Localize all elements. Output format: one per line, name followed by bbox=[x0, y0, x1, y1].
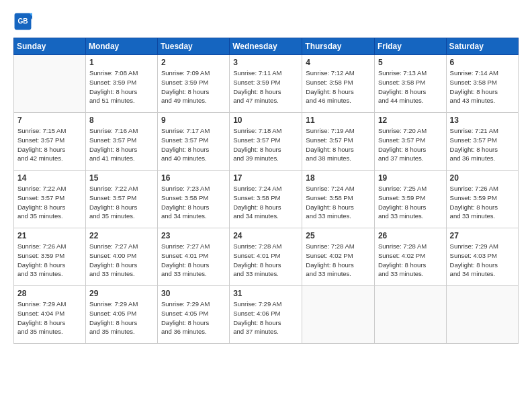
day-cell: 14Sunrise: 7:22 AMSunset: 3:57 PMDayligh… bbox=[14, 171, 86, 228]
day-cell: 5Sunrise: 7:13 AMSunset: 3:58 PMDaylight… bbox=[374, 55, 446, 113]
week-row-5: 28Sunrise: 7:29 AMSunset: 4:04 PMDayligh… bbox=[14, 286, 519, 344]
day-info: Sunrise: 7:26 AMSunset: 3:59 PMDaylight:… bbox=[450, 184, 515, 221]
day-info-line: Daylight: 8 hours bbox=[89, 203, 137, 211]
day-info-line: Sunrise: 7:21 AM bbox=[450, 127, 498, 134]
col-header-saturday: Saturday bbox=[446, 38, 518, 55]
day-info-line: Sunrise: 7:26 AM bbox=[17, 242, 66, 250]
day-info-line: Sunset: 3:58 PM bbox=[306, 79, 353, 86]
day-info-line: Sunset: 3:57 PM bbox=[378, 136, 425, 144]
day-number: 13 bbox=[450, 116, 515, 125]
day-number: 21 bbox=[17, 231, 82, 240]
day-info-line: Sunset: 4:05 PM bbox=[161, 310, 208, 317]
day-info-line: and 36 minutes. bbox=[450, 154, 496, 162]
day-info-line: and 33 minutes. bbox=[161, 270, 207, 277]
day-cell: 22Sunrise: 7:27 AMSunset: 4:00 PMDayligh… bbox=[85, 228, 157, 286]
day-number: 18 bbox=[306, 173, 371, 183]
day-info-line: Sunset: 3:59 PM bbox=[450, 194, 497, 201]
day-number: 6 bbox=[450, 58, 515, 67]
day-number: 1 bbox=[89, 58, 154, 67]
day-cell: 12Sunrise: 7:20 AMSunset: 3:57 PMDayligh… bbox=[374, 113, 446, 171]
day-cell: 26Sunrise: 7:28 AMSunset: 4:02 PMDayligh… bbox=[374, 228, 446, 286]
day-info-line: Sunrise: 7:28 AM bbox=[306, 242, 354, 250]
day-info-line: and 43 minutes. bbox=[450, 97, 496, 104]
day-number: 24 bbox=[233, 231, 298, 240]
day-info-line: Daylight: 8 hours bbox=[17, 319, 65, 326]
day-info-line: Sunset: 3:59 PM bbox=[378, 194, 425, 201]
day-info-line: Sunrise: 7:28 AM bbox=[378, 242, 427, 250]
day-number: 31 bbox=[233, 289, 298, 298]
day-cell: 28Sunrise: 7:29 AMSunset: 4:04 PMDayligh… bbox=[14, 286, 86, 344]
day-number: 23 bbox=[161, 231, 226, 240]
day-info: Sunrise: 7:15 AMSunset: 3:57 PMDaylight:… bbox=[17, 126, 82, 163]
day-info-line: Sunset: 3:57 PM bbox=[17, 136, 64, 144]
day-info-line: Sunset: 3:59 PM bbox=[17, 252, 64, 259]
day-cell bbox=[374, 286, 446, 344]
day-cell bbox=[14, 55, 86, 113]
day-info-line: and 36 minutes. bbox=[161, 328, 207, 335]
page: GB SundayMondayTuesdayWednesdayThursdayF… bbox=[0, 0, 532, 411]
col-header-friday: Friday bbox=[374, 38, 446, 55]
day-info-line: and 42 minutes. bbox=[17, 154, 63, 162]
day-info-line: Daylight: 8 hours bbox=[233, 319, 281, 326]
day-info-line: Sunrise: 7:29 AM bbox=[450, 242, 498, 250]
day-info-line: Sunset: 3:57 PM bbox=[161, 136, 208, 144]
day-info-line: and 33 minutes. bbox=[378, 212, 424, 220]
day-info-line: and 34 minutes. bbox=[233, 212, 279, 220]
day-info: Sunrise: 7:08 AMSunset: 3:59 PMDaylight:… bbox=[89, 68, 154, 105]
day-cell: 15Sunrise: 7:22 AMSunset: 3:57 PMDayligh… bbox=[85, 171, 157, 228]
day-info-line: Sunrise: 7:26 AM bbox=[450, 185, 498, 192]
day-info-line: Sunset: 3:57 PM bbox=[306, 136, 353, 144]
day-cell: 13Sunrise: 7:21 AMSunset: 3:57 PMDayligh… bbox=[446, 113, 518, 171]
day-info: Sunrise: 7:24 AMSunset: 3:58 PMDaylight:… bbox=[306, 184, 371, 221]
day-info-line: Daylight: 8 hours bbox=[161, 203, 209, 211]
day-info: Sunrise: 7:23 AMSunset: 3:58 PMDaylight:… bbox=[161, 184, 226, 221]
day-info-line: Sunset: 3:57 PM bbox=[450, 136, 497, 144]
day-cell bbox=[302, 286, 375, 344]
day-number: 3 bbox=[233, 58, 298, 67]
day-info-line: and 46 minutes. bbox=[306, 97, 351, 104]
day-cell: 1Sunrise: 7:08 AMSunset: 3:59 PMDaylight… bbox=[85, 55, 157, 113]
day-info-line: and 49 minutes. bbox=[161, 97, 207, 104]
day-info: Sunrise: 7:29 AMSunset: 4:05 PMDaylight:… bbox=[89, 300, 154, 336]
day-cell: 9Sunrise: 7:17 AMSunset: 3:57 PMDaylight… bbox=[158, 113, 230, 171]
day-info-line: Daylight: 8 hours bbox=[378, 203, 426, 211]
day-info-line: and 33 minutes. bbox=[17, 270, 63, 277]
day-info-line: Daylight: 8 hours bbox=[306, 88, 353, 95]
day-cell: 18Sunrise: 7:24 AMSunset: 3:58 PMDayligh… bbox=[302, 171, 375, 228]
day-info-line: Daylight: 8 hours bbox=[89, 88, 137, 95]
day-info-line: Sunrise: 7:15 AM bbox=[17, 127, 66, 134]
day-info-line: Sunset: 4:02 PM bbox=[378, 252, 425, 259]
day-info-line: Daylight: 8 hours bbox=[89, 261, 137, 269]
calendar: SundayMondayTuesdayWednesdayThursdayFrid… bbox=[13, 38, 519, 344]
day-info-line: and 33 minutes. bbox=[306, 212, 351, 220]
day-info: Sunrise: 7:28 AMSunset: 4:02 PMDaylight:… bbox=[306, 242, 371, 279]
week-row-1: 1Sunrise: 7:08 AMSunset: 3:59 PMDaylight… bbox=[14, 55, 519, 113]
day-info-line: Daylight: 8 hours bbox=[17, 146, 65, 153]
day-info: Sunrise: 7:21 AMSunset: 3:57 PMDaylight:… bbox=[450, 126, 515, 163]
day-info: Sunrise: 7:26 AMSunset: 3:59 PMDaylight:… bbox=[17, 242, 82, 279]
day-info-line: Sunrise: 7:20 AM bbox=[378, 127, 427, 134]
day-info-line: Sunrise: 7:28 AM bbox=[233, 242, 281, 250]
day-info: Sunrise: 7:22 AMSunset: 3:57 PMDaylight:… bbox=[17, 184, 82, 221]
day-info-line: and 33 minutes. bbox=[450, 212, 496, 220]
day-info: Sunrise: 7:29 AMSunset: 4:04 PMDaylight:… bbox=[17, 300, 82, 336]
day-info-line: and 37 minutes. bbox=[233, 328, 279, 335]
day-info-line: Sunset: 3:59 PM bbox=[89, 79, 136, 86]
day-info-line: Sunset: 3:57 PM bbox=[89, 136, 136, 144]
day-info-line: Daylight: 8 hours bbox=[233, 88, 281, 95]
day-number: 28 bbox=[17, 289, 82, 298]
day-info-line: Sunrise: 7:16 AM bbox=[89, 127, 138, 134]
day-number: 8 bbox=[89, 116, 154, 125]
day-info-line: Daylight: 8 hours bbox=[17, 261, 65, 269]
day-info-line: Sunset: 3:58 PM bbox=[306, 194, 353, 201]
day-info: Sunrise: 7:13 AMSunset: 3:58 PMDaylight:… bbox=[378, 68, 443, 105]
day-cell: 8Sunrise: 7:16 AMSunset: 3:57 PMDaylight… bbox=[85, 113, 157, 171]
day-info-line: Daylight: 8 hours bbox=[450, 88, 498, 95]
day-number: 26 bbox=[378, 231, 443, 240]
day-info-line: Sunset: 4:01 PM bbox=[161, 252, 208, 259]
col-header-wednesday: Wednesday bbox=[230, 38, 302, 55]
day-number: 17 bbox=[233, 173, 298, 183]
day-info: Sunrise: 7:27 AMSunset: 4:00 PMDaylight:… bbox=[89, 242, 154, 279]
day-info: Sunrise: 7:20 AMSunset: 3:57 PMDaylight:… bbox=[378, 126, 443, 163]
day-cell: 29Sunrise: 7:29 AMSunset: 4:05 PMDayligh… bbox=[85, 286, 157, 344]
